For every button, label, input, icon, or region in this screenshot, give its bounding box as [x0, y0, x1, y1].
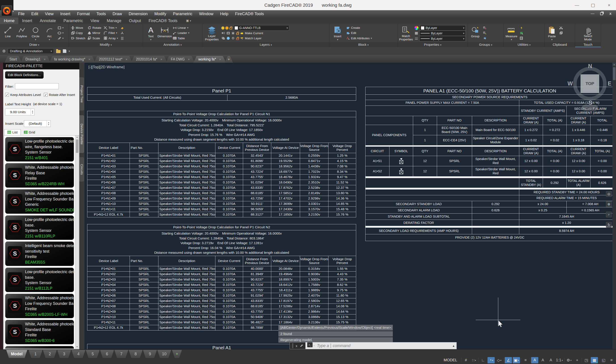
isolate-objects-icon[interactable]: ◳ — [583, 357, 590, 363]
group-selection-button[interactable] — [482, 36, 488, 41]
make-current-button[interactable]: Make Current — [245, 31, 263, 35]
layout-tab[interactable]: 5 — [86, 350, 100, 358]
ungroup-button[interactable] — [482, 25, 488, 30]
annotation-scale-value[interactable]: 1:1▾ — [555, 357, 563, 363]
menu-item[interactable]: Draw — [109, 10, 125, 17]
wcs-menu[interactable]: WCS ▾ — [582, 105, 598, 111]
zoom-icon[interactable]: ⌕ — [606, 212, 612, 217]
touch-group-label[interactable]: Touch — [575, 42, 601, 47]
groups-group-label[interactable]: Groups ▾ — [468, 42, 503, 47]
spinner-arrows-icon[interactable]: ▲▼ — [46, 120, 51, 127]
layer-freeze2-icon[interactable] — [231, 31, 235, 35]
close-icon[interactable]: × — [188, 56, 190, 63]
dimension-button[interactable]: Dimension — [158, 25, 172, 41]
menu-item[interactable]: FireCAD® Tools — [232, 10, 267, 17]
rotate-after-insert-checkbox[interactable]: ✓ — [44, 93, 48, 97]
layer-lock2-icon[interactable] — [236, 38, 239, 40]
layout-tab[interactable]: 1 — [28, 350, 42, 358]
quick-select-button[interactable] — [518, 25, 524, 30]
snap-mode-icon[interactable]: ∷▾ — [470, 357, 478, 363]
select-mode-button[interactable]: Select Mode — [580, 25, 596, 41]
rotate-button[interactable]: Rotate — [86, 25, 103, 30]
modify-group-label[interactable]: Modify ▾ — [69, 42, 143, 47]
ribbon-minimize-button[interactable]: ▣ ▾ — [183, 17, 194, 24]
device-list-item[interactable]: S White, Addressable photoelectric Stand… — [5, 320, 74, 344]
object-snap-icon[interactable]: ▣▾ — [513, 357, 520, 363]
insert-scale-spinner[interactable]: (Default) ▲▼ — [24, 120, 51, 127]
ribbon-tab[interactable]: FireCAD® Tools — [145, 17, 181, 24]
host-minimize-button[interactable]: — — [574, 2, 580, 8]
device-list-scrollbar[interactable]: ▲ ▼ — [75, 135, 79, 349]
pan-icon[interactable]: ⊕ — [606, 201, 612, 207]
ellipse-tool-button[interactable]: ▾ — [56, 30, 65, 36]
ribbon-tab[interactable]: Manage — [103, 17, 125, 24]
hatch-tool-button[interactable]: ▾ — [56, 36, 65, 41]
menu-item[interactable]: Format — [74, 10, 93, 17]
doc-tab[interactable]: Drawing1× — [21, 56, 51, 63]
scroll-up-icon[interactable]: ▲ — [612, 63, 616, 66]
linear-dimension-button[interactable]: Linear▾ — [172, 25, 191, 30]
ribbon-tab[interactable]: Annotate — [36, 17, 60, 24]
polar-tracking-icon[interactable]: ◔▾ — [488, 357, 495, 363]
close-icon[interactable]: × — [160, 56, 163, 63]
doc-tab[interactable]: 20201112 test*× — [94, 56, 133, 63]
workspace-switching-icon[interactable]: ⚙▾ — [565, 357, 573, 363]
calculator-button[interactable] — [518, 36, 524, 41]
menu-item[interactable]: Insert — [57, 10, 74, 17]
device-list-item[interactable]: S Remote test capable addressable detect… — [5, 346, 74, 349]
layer-properties-button[interactable]: Layer Properties — [203, 25, 220, 41]
app-menu-caret-icon[interactable]: ▾ — [13, 10, 14, 13]
annotation-group-label[interactable]: Annotation ▾ — [143, 42, 202, 47]
save-icon[interactable] — [63, 49, 66, 53]
graphics-performance-icon[interactable]: ▦ — [591, 357, 598, 363]
menu-item[interactable]: Parametric — [170, 10, 196, 17]
tab-list[interactable]: List — [4, 129, 21, 135]
layout-tab[interactable]: 8 — [129, 350, 143, 358]
layout-tab[interactable]: 7 — [114, 350, 128, 358]
device-list-item[interactable]: S Intelligent beam smoke detector sensit… — [5, 241, 74, 266]
scroll-down-icon[interactable]: ▼ — [75, 345, 79, 349]
edit-attributes-button[interactable]: Edit Attributes▾ — [345, 36, 373, 41]
customization-menu-icon[interactable]: ≡ — [608, 357, 615, 363]
layout-tab[interactable]: 2 — [43, 350, 57, 358]
layers-group-label[interactable]: Layers ▾ — [203, 42, 329, 47]
command-prompt-icon[interactable]: >_ — [307, 342, 313, 347]
ribbon-tab[interactable]: Output — [125, 17, 145, 24]
close-icon[interactable]: × — [219, 56, 221, 63]
new-drawing-tab-button[interactable]: + — [225, 56, 233, 63]
annotation-scale-icon[interactable]: A — [547, 357, 554, 363]
command-history-toggle[interactable]: ▲ — [451, 342, 456, 349]
arc-button[interactable]: Arc▾ — [42, 25, 56, 41]
mirror-button[interactable]: Mirror — [86, 30, 103, 36]
model-space-toggle[interactable]: MODEL — [441, 358, 460, 363]
erase-button[interactable] — [119, 25, 125, 30]
block-group-label[interactable]: Block ▾ — [329, 42, 397, 47]
app-minimize-button[interactable]: — — [590, 11, 595, 16]
close-icon[interactable]: × — [43, 56, 46, 63]
array-button[interactable]: Array▾ — [103, 36, 119, 41]
quick-calc-button[interactable] — [518, 30, 524, 36]
ribbon-tab[interactable]: Parametric — [60, 17, 87, 24]
annotation-autoscale-icon[interactable]: A — [539, 357, 546, 363]
customize-wrench-icon[interactable] — [300, 343, 303, 348]
host-close-button[interactable]: × — [606, 2, 612, 8]
leader-button[interactable]: Leader▾ — [172, 30, 191, 36]
menu-item[interactable]: File — [15, 10, 28, 17]
text-button[interactable]: AText▾ — [144, 25, 158, 41]
chevron-down-icon[interactable]: ▾ — [314, 344, 315, 347]
layer-isolate-icon[interactable] — [226, 31, 230, 35]
layer-freeze-icon[interactable] — [225, 26, 228, 29]
create-block-button[interactable]: Create — [345, 25, 373, 30]
device-list-item[interactable]: S Low-profile photoelectric detector bas… — [5, 215, 74, 240]
sidebar-tab-circuits[interactable]: Circuits — [79, 157, 84, 182]
annotation-monitor-icon[interactable]: + — [574, 357, 581, 363]
offset-button[interactable] — [119, 36, 125, 41]
keep-attributes-checkbox[interactable]: ✓ — [5, 93, 9, 97]
device-list-item[interactable]: S White, Addressable photoelectric Low F… — [5, 189, 74, 214]
properties-group-label[interactable]: Properties ▾ — [398, 42, 468, 47]
layer-select[interactable]: G-ANNO-TTLB ▾ — [233, 25, 289, 31]
explode-button[interactable] — [119, 30, 125, 36]
menu-item[interactable]: Tools — [93, 10, 109, 17]
linetype-select[interactable]: ByLayer▾ — [419, 36, 466, 41]
tab-model[interactable]: Model — [6, 350, 27, 358]
